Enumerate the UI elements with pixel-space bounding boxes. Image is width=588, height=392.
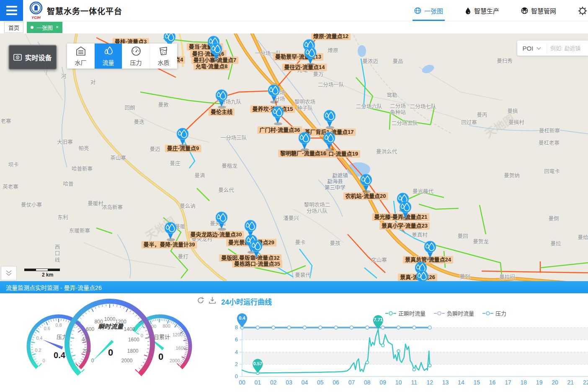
flow-point-label[interactable]: 允竜-流量点8 [193,63,230,70]
x-axis-tick-label: 17 [505,379,511,386]
map-canvas[interactable]: 天地图 天地图 一分场一队二分场一队窎勒二分场六队二分场 鱼种站二分场七队二分场… [0,33,588,281]
series-point [319,326,322,329]
flow-point-pin[interactable] [209,43,224,63]
top-nav: 一张图 智慧生产 智慧管网 [403,0,567,21]
flow-point-pin[interactable] [214,89,229,109]
flow-point-pin[interactable] [303,46,318,67]
flow-point-label[interactable]: 曼伦主线 [209,108,235,116]
tab-home[interactable]: 首页 [4,22,23,33]
chart-markpoint: 0.57 [253,359,263,373]
plant-icon [75,46,86,56]
x-axis-tick-label: 09 [379,379,386,386]
smart-water-app: YCIH 智慧水务一体化平台 一张图 智慧生产 智慧管网 [0,0,588,392]
gauge-value: 0 [108,347,113,358]
y-axis-tick-label: 4 [235,349,238,355]
gauge-tick-label: 1600 [128,337,139,343]
series-point [272,326,275,329]
toggle-water-quality[interactable]: 水质 [150,44,177,69]
toggle-pressure[interactable]: 压力 [122,44,150,69]
gauge-tick-label: 1800 [127,348,139,354]
gauge-tick-label: 200 [83,348,91,354]
flow-point-label[interactable]: 燎原-流量点12 [311,33,351,40]
realtime-device-button[interactable]: 实时设备 [8,45,57,70]
toggle-flow[interactable]: 流量 [95,44,122,69]
x-axis-tick-label: 18 [521,379,527,386]
series-point [334,326,338,329]
flow-point-pin[interactable] [322,132,337,152]
gauge-tick-label: 0 [91,358,94,364]
x-axis-tick-label: 12 [426,379,433,386]
series-point [397,350,400,353]
flow-point-pin[interactable] [415,270,430,281]
flow-point-pin[interactable] [398,201,413,221]
menu-button[interactable] [0,0,23,21]
flow-point-label[interactable]: 广门村-流量点36 [258,126,302,134]
nav-item-one-map[interactable]: 一张图 [403,0,454,21]
x-axis-tick-label: 00 [239,379,245,386]
series-point [350,326,353,329]
flow-point-label[interactable]: 曼栋路口-流量点35 [232,260,282,268]
rivers [38,40,588,278]
gauge-tick-label: 0 [141,333,143,338]
flow-point-pin[interactable] [249,240,264,260]
flow-point-pin[interactable] [270,106,285,126]
realtime-device-label: 实时设备 [25,52,52,62]
gauge-tick-label: 1400 [124,326,135,332]
x-axis-tick-label: 21 [567,379,574,386]
flow-point-label[interactable]: 曼央龙路边-流量点30 [188,231,244,238]
toggle-water-plant[interactable]: 水厂 [67,44,95,69]
monitor-title-bar: 流量监测点实时监测 - 曼弄-流量点26 [0,281,588,293]
tab-one-map[interactable]: 一张图 × [27,22,62,33]
poi-type-select[interactable]: POI [517,44,547,53]
flow-point-pin[interactable] [358,174,374,194]
y-axis-tick-label: 6 [235,336,238,343]
gauge-tick-label: 1600 [175,346,186,351]
y-axis-tick-label: 2 [235,361,238,367]
chart-title: 24小时运行曲线 [221,296,272,307]
x-axis-tick-label: 04 [302,379,308,386]
gauge-value: 0.4 [54,351,66,360]
settings-icon[interactable] [578,6,587,15]
flow-point-pin[interactable] [214,211,229,231]
flow-point-pin[interactable] [322,110,337,130]
collapse-panel-button[interactable] [1,266,17,280]
download-icon[interactable] [209,297,216,304]
x-axis-tick-label: 02 [270,379,277,386]
flow-point-pin[interactable] [266,84,281,104]
flow-point-pin[interactable] [175,128,190,148]
x-axis-tick-label: 16 [489,379,496,386]
nav-label: 一张图 [424,6,443,15]
flow-icon [103,46,114,56]
nav-label: 智慧管网 [531,6,556,15]
gauge-tick-label: 0 [43,358,45,363]
x-axis-tick-label: 01 [255,379,261,386]
refresh-icon[interactable] [197,297,204,304]
gauge-tick-label: 600 [86,326,94,332]
tab-close-icon[interactable]: × [56,24,59,30]
flow-point-label[interactable]: 景真小学-流量点23 [379,222,430,230]
series-point [397,326,400,329]
quality-icon [158,46,169,56]
poi-label: POI [523,45,534,52]
gauge-instant-flow: 0200400600800100012001400160018002000瞬时流… [67,301,152,374]
nav-item-production[interactable]: 智慧生产 [454,0,510,21]
flow-point-pin[interactable] [423,241,438,261]
y-axis-tick-label: 0 [235,373,238,379]
flow-point-label[interactable]: 曼半，曼降-流量计39 [142,241,197,249]
chart-markpoint: 0.4 [237,313,247,328]
pressure-icon [131,46,142,56]
flow-point-pin[interactable] [297,132,312,152]
globe-icon [414,7,421,14]
poi-search-input[interactable] [547,45,588,51]
y-axis-tick-label: 8 [235,324,238,331]
toggle-label: 水质 [158,58,170,67]
svg-text:YCIH: YCIH [31,15,41,20]
flow-point-pin[interactable] [163,222,178,242]
x-axis-tick-label: 13 [442,379,449,386]
poi-search-bar: POI [517,41,588,56]
nav-item-pipe-network[interactable]: 智慧管网 [510,0,567,21]
gauge-tick-label: 0.2 [35,348,41,353]
toggle-label: 流量 [103,58,114,67]
monitor-panel: 00.20.40.60.81压力0.40400800120016002000今日… [0,293,588,392]
x-axis-tick-label: 20 [552,379,558,386]
